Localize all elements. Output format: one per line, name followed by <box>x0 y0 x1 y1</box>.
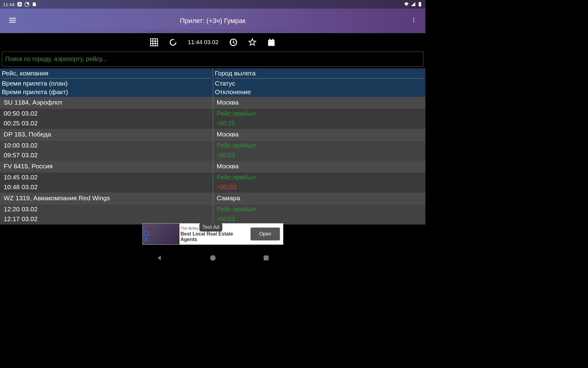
status-bar: 11:44 A <box>0 0 425 9</box>
pie-icon <box>24 2 29 7</box>
svg-rect-4 <box>419 2 420 2</box>
time-plan: 00:50 03.02 <box>2 109 211 118</box>
time-fact: 09:57 03.02 <box>2 150 211 160</box>
time-fact: 10:48 03.02 <box>2 182 211 192</box>
ad-banner[interactable]: i The Briley Best Local Real Estate Agen… <box>142 223 283 245</box>
history-button[interactable] <box>229 38 238 47</box>
header-city: Город вылета <box>215 69 424 78</box>
star-button[interactable] <box>248 38 257 47</box>
city-label: Москва <box>215 129 424 139</box>
ad-title-1: Best Local Real Estate <box>181 231 247 237</box>
table-row-sub[interactable]: 10:00 03.02 09:57 03.02 Рейс прибыл -00:… <box>0 140 425 161</box>
calendar-button[interactable] <box>267 38 276 47</box>
recent-button[interactable] <box>262 254 270 263</box>
svg-rect-15 <box>269 42 274 45</box>
app-bar: Прилет: (+3ч) Гумрак <box>0 9 425 33</box>
deviation-label: -00:03 <box>215 214 424 224</box>
deviation-label: -00:25 <box>215 118 424 128</box>
status-time: 11:44 <box>3 2 15 7</box>
status-label: Рейс прибыл <box>215 109 424 118</box>
svg-point-18 <box>210 255 216 261</box>
svg-rect-8 <box>151 39 158 46</box>
home-button[interactable] <box>209 254 217 263</box>
ad-open-button[interactable]: Open <box>251 228 280 240</box>
toolbar-datetime: 11:44 03.02 <box>188 39 218 46</box>
svg-point-5 <box>413 18 414 19</box>
svg-rect-14 <box>272 39 273 40</box>
table-row[interactable]: FV 6415, Россия Москва <box>0 161 425 172</box>
time-fact: 12:17 03.02 <box>2 214 211 224</box>
table-row-sub[interactable]: 10:45 03.02 10:48 03.02 Рейс прибыл +00:… <box>0 172 425 193</box>
search-input[interactable]: Поиск по городу, аэропорту, рейсу... <box>2 52 424 67</box>
table-row-sub[interactable]: 00:50 03.02 00:25 03.02 Рейс прибыл -00:… <box>0 108 425 129</box>
signal-icon <box>411 2 416 7</box>
ad-test-label: Test Ad <box>199 223 223 232</box>
time-plan: 12:20 03.02 <box>2 204 211 214</box>
status-label: Рейс прибыл <box>215 140 424 150</box>
ad-image: i <box>143 224 179 244</box>
header-time-fact: Время прилета (факт) <box>2 88 211 96</box>
header-flight: Рейс, компания <box>2 69 211 78</box>
svg-text:A: A <box>18 2 21 6</box>
table-row[interactable]: WZ 1319, Авиакомпания Red Wings Самара <box>0 193 425 204</box>
time-plan: 10:45 03.02 <box>2 172 211 182</box>
toolbar: 11:44 03.02 <box>0 33 425 52</box>
svg-point-7 <box>413 21 414 22</box>
header-status: Статус <box>215 79 424 88</box>
table-header: Рейс, компания Время прилета (план) Врем… <box>0 68 425 97</box>
page-title: Прилет: (+3ч) Гумрак <box>180 17 246 25</box>
back-button[interactable] <box>156 254 163 263</box>
time-fact: 00:25 03.02 <box>2 118 211 128</box>
flight-label: WZ 1319, Авиакомпания Red Wings <box>2 193 211 203</box>
flight-label: FV 6415, Россия <box>2 161 211 171</box>
ad-title-2: Agents <box>181 237 247 242</box>
deviation-label: -00:03 <box>215 150 424 160</box>
sd-card-icon <box>32 2 37 7</box>
status-label: Рейс прибыл <box>215 172 424 182</box>
table-row-sub[interactable]: 12:20 03.02 12:17 03.02 Рейс прибыл -00:… <box>0 204 425 224</box>
flight-label: SU 1184, Аэрофлот <box>2 98 211 107</box>
svg-text:i: i <box>146 232 146 235</box>
lang-icon: A <box>17 2 22 7</box>
svg-rect-3 <box>419 2 421 6</box>
flights-table: Рейс, компания Время прилета (план) Врем… <box>0 68 425 224</box>
refresh-button[interactable] <box>169 38 177 47</box>
svg-point-6 <box>413 20 414 21</box>
battery-icon <box>417 2 422 7</box>
more-button[interactable] <box>408 15 419 27</box>
time-plan: 10:00 03.02 <box>2 140 211 150</box>
svg-rect-19 <box>264 255 269 260</box>
grid-button[interactable] <box>150 38 158 47</box>
city-label: Самара <box>215 193 424 203</box>
svg-rect-13 <box>269 39 270 40</box>
table-row[interactable]: SU 1184, Аэрофлот Москва <box>0 97 425 108</box>
wifi-icon <box>404 2 409 7</box>
menu-button[interactable] <box>6 14 19 28</box>
status-label: Рейс прибыл <box>215 204 424 214</box>
deviation-label: +00:03 <box>215 182 424 192</box>
nav-bar <box>0 251 425 266</box>
flight-label: DP 183, Победа <box>2 129 211 139</box>
header-time-plan: Время прилета (план) <box>2 79 211 88</box>
header-deviation: Отклонение <box>215 88 424 96</box>
city-label: Москва <box>215 98 424 107</box>
table-row[interactable]: DP 183, Победа Москва <box>0 129 425 140</box>
city-label: Москва <box>215 161 424 171</box>
